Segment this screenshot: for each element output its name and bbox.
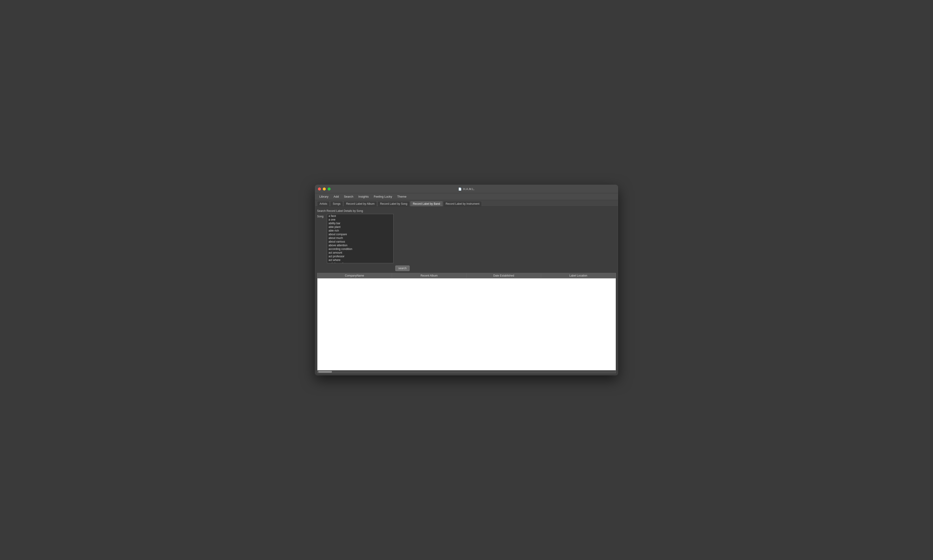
tabs-bar: ArtistsSongsRecord Label by AlbumRecord … — [315, 200, 618, 206]
window-title: H.A.M.L. — [458, 187, 475, 191]
menu-item-theme[interactable]: Theme — [395, 194, 409, 199]
list-item[interactable]: activity section — [327, 262, 393, 263]
tab-artists[interactable]: Artists — [317, 201, 329, 206]
table-header-company-name: CompanyName — [317, 273, 392, 278]
content-area: Search Record Label Details by Song Song… — [315, 206, 618, 375]
titlebar: H.A.M.L. — [315, 185, 618, 193]
menu-item-insights[interactable]: Insights — [356, 194, 371, 199]
song-listbox[interactable]: a facea oneability barable plantable ric… — [327, 214, 394, 263]
list-item[interactable]: about much — [327, 236, 393, 240]
table-header-label-location: Label Location — [541, 273, 616, 278]
app-window: H.A.M.L. LibraryAddSearchInsightsFeeling… — [315, 185, 618, 375]
list-item[interactable]: a one — [327, 218, 393, 222]
results-table-wrapper: CompanyNameRecent AlbumDate EstablishedL… — [317, 273, 616, 373]
song-label: Song — [317, 214, 325, 218]
traffic-lights — [318, 188, 331, 191]
tab-record-label-band[interactable]: Record Label by Band — [410, 201, 443, 206]
table-header-date-established: Date Established — [466, 273, 541, 278]
list-item[interactable]: act professor — [327, 254, 393, 258]
list-item[interactable]: ability bar — [327, 222, 393, 225]
list-item[interactable]: about compare — [327, 232, 393, 236]
search-header: Search Record Label Details by Song — [317, 208, 616, 214]
list-item[interactable]: able plant — [327, 225, 393, 229]
close-button[interactable] — [318, 188, 321, 191]
tab-record-label-song[interactable]: Record Label by Song — [377, 201, 410, 206]
menu-item-search[interactable]: Search — [342, 194, 356, 199]
list-item[interactable]: able rich — [327, 229, 393, 232]
table-header-recent-album: Recent Album — [392, 273, 466, 278]
menu-item-library[interactable]: Library — [317, 194, 331, 199]
title-text: H.A.M.L. — [463, 187, 475, 191]
maximize-button[interactable] — [328, 188, 331, 191]
tab-songs[interactable]: Songs — [330, 201, 343, 206]
list-item[interactable]: according condition — [327, 247, 393, 251]
tab-record-label-instrument[interactable]: Record Label by Instrument — [443, 201, 482, 206]
list-item[interactable]: above attention — [327, 243, 393, 247]
search-button[interactable]: search — [395, 266, 410, 271]
minimize-button[interactable] — [323, 188, 326, 191]
list-item[interactable]: act amount — [327, 251, 393, 254]
menu-item-add[interactable]: Add — [331, 194, 341, 199]
menubar: LibraryAddSearchInsightsFeeling LuckyThe… — [315, 193, 618, 200]
scrollbar-thumb — [318, 371, 332, 373]
table-body — [317, 278, 616, 370]
table-header-row: CompanyNameRecent AlbumDate EstablishedL… — [317, 273, 616, 278]
list-item[interactable]: a face — [327, 214, 393, 218]
list-item[interactable]: act where — [327, 258, 393, 262]
tab-record-label-album[interactable]: Record Label by Album — [343, 201, 377, 206]
menu-item-feeling-lucky[interactable]: Feeling Lucky — [371, 194, 394, 199]
bottom-scrollbar[interactable] — [317, 370, 616, 373]
list-item[interactable]: about various — [327, 240, 393, 243]
